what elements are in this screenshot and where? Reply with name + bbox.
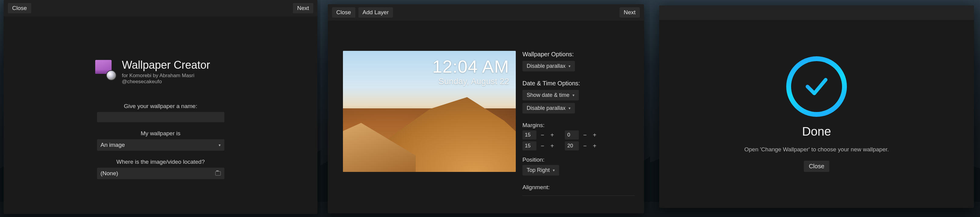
plus-icon[interactable]: + xyxy=(549,131,556,139)
wallpaper-preview: 12:04 AM Sunday, August 22 xyxy=(343,51,516,172)
wallpaper-name-input[interactable] xyxy=(97,112,224,122)
preview-time: 12:04 AM xyxy=(433,56,509,76)
add-layer-button[interactable]: Add Layer xyxy=(358,7,393,17)
minus-icon[interactable]: − xyxy=(581,142,589,149)
datetime-show-select[interactable]: Show date & time ▾ xyxy=(522,90,579,100)
minus-icon[interactable]: − xyxy=(539,142,546,149)
success-check-icon xyxy=(786,56,847,117)
plus-icon[interactable]: + xyxy=(591,131,598,139)
wallpaper-creator-icon xyxy=(95,59,116,81)
wizard-step-3: Done Open 'Change Wallpaper' to choose y… xyxy=(650,0,980,217)
dialog-topbar: Close Add Layer Next xyxy=(328,4,644,21)
title-block: Wallpaper Creator for Komorebi by Abraha… xyxy=(122,59,226,85)
options-column: Wallpaper Options: Disable parallax ▾ Da… xyxy=(522,51,635,202)
dialog-body: 12:04 AM Sunday, August 22 Wallpaper Opt… xyxy=(328,21,644,211)
dialog-topbar: Close Next xyxy=(4,0,317,16)
folder-icon xyxy=(215,171,221,176)
plus-icon[interactable]: + xyxy=(591,142,598,149)
position-label: Position: xyxy=(522,157,635,163)
margin-b-stepper[interactable]: − + xyxy=(565,130,598,139)
margin-a-input[interactable] xyxy=(522,130,536,139)
chevron-down-icon: ▾ xyxy=(573,93,574,97)
margin-a-stepper[interactable]: − + xyxy=(522,130,556,139)
wallpaper-type-value: An image xyxy=(101,142,125,148)
next-button[interactable]: Next xyxy=(619,7,640,17)
margins-label: Margins: xyxy=(522,122,635,128)
app-subtitle: for Komorebi by Abraham Masri @cheesecak… xyxy=(122,73,226,85)
wallpaper-location-value: (None) xyxy=(101,170,118,177)
divider xyxy=(522,195,635,196)
position-select[interactable]: Top Right ▾ xyxy=(522,165,559,176)
alignment-label: Alignment: xyxy=(522,184,635,191)
creator-dialog: Close Next Wallpaper Creator for Komoreb… xyxy=(4,0,317,214)
preview-clock: 12:04 AM Sunday, August 22 xyxy=(433,56,509,86)
next-button[interactable]: Next xyxy=(293,3,313,13)
dialog-topbar xyxy=(659,5,974,20)
chevron-down-icon: ▾ xyxy=(568,106,571,111)
close-button[interactable]: Close xyxy=(8,3,31,13)
type-caption: My wallpaper is xyxy=(95,130,226,137)
margin-b-input[interactable] xyxy=(565,130,579,139)
datetime-options-heading: Date & Time Options: xyxy=(522,80,635,87)
minus-icon[interactable]: − xyxy=(539,131,546,139)
name-caption: Give your wallpaper a name: xyxy=(95,103,226,109)
wallpaper-options-heading: Wallpaper Options: xyxy=(522,51,635,58)
wallpaper-parallax-value: Disable parallax xyxy=(527,63,565,69)
margin-d-input[interactable] xyxy=(565,141,579,150)
options-dialog: Close Add Layer Next 12:04 AM Sunday, Au… xyxy=(328,4,644,213)
margin-d-stepper[interactable]: − + xyxy=(565,141,598,150)
position-value: Top Right xyxy=(527,167,550,173)
hero: Wallpaper Creator for Komorebi by Abraha… xyxy=(95,59,226,85)
done-subtitle: Open 'Change Wallpaper' to choose your n… xyxy=(745,146,889,153)
done-dialog: Done Open 'Change Wallpaper' to choose y… xyxy=(659,5,974,208)
datetime-parallax-select[interactable]: Disable parallax ▾ xyxy=(522,103,575,114)
datetime-parallax-value: Disable parallax xyxy=(527,105,565,111)
wallpaper-location-picker[interactable]: (None) xyxy=(97,168,224,179)
chevron-down-icon: ▾ xyxy=(568,64,571,68)
wallpaper-parallax-select[interactable]: Disable parallax ▾ xyxy=(522,61,575,71)
margin-c-stepper[interactable]: − + xyxy=(522,141,556,150)
chevron-down-icon: ▾ xyxy=(219,143,221,147)
dialog-body: Done Open 'Change Wallpaper' to choose y… xyxy=(659,20,974,208)
plus-icon[interactable]: + xyxy=(549,142,556,149)
datetime-show-value: Show date & time xyxy=(527,92,570,98)
done-title: Done xyxy=(802,125,831,138)
wallpaper-type-select[interactable]: An image ▾ xyxy=(97,139,224,151)
minus-icon[interactable]: − xyxy=(581,131,589,139)
wizard-step-1: Close Next Wallpaper Creator for Komoreb… xyxy=(0,0,320,217)
close-button[interactable]: Close xyxy=(804,161,829,172)
preview-date: Sunday, August 22 xyxy=(433,76,509,86)
app-title: Wallpaper Creator xyxy=(122,59,226,71)
margin-c-input[interactable] xyxy=(522,141,536,150)
location-caption: Where is the image/video located? xyxy=(95,158,226,165)
dialog-body: Wallpaper Creator for Komorebi by Abraha… xyxy=(4,16,317,179)
wizard-step-2: Close Add Layer Next 12:04 AM Sunday, Au… xyxy=(320,0,650,217)
close-button[interactable]: Close xyxy=(332,7,355,17)
chevron-down-icon: ▾ xyxy=(553,168,555,173)
